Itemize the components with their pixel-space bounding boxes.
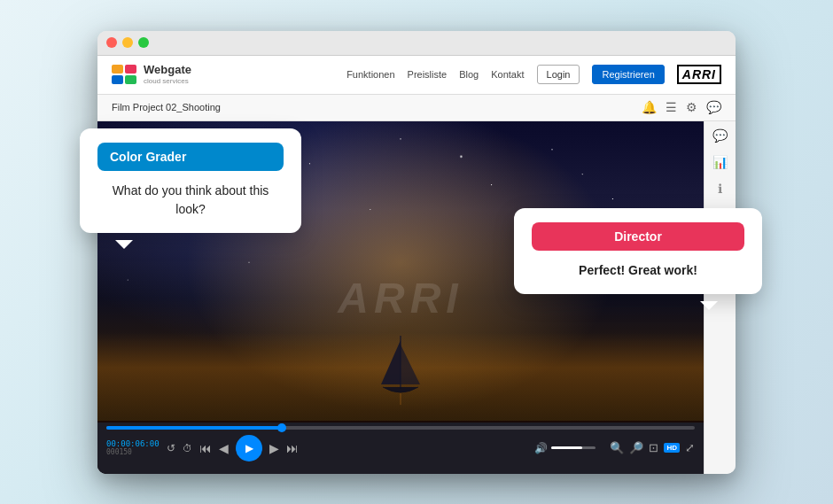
step-back-icon[interactable]: ◀	[219, 441, 229, 455]
director-role: Director	[532, 222, 744, 251]
logo-text-area: Webgate cloud services	[144, 64, 191, 84]
director-message: Perfect! Great work!	[532, 261, 744, 280]
bell-icon[interactable]: 🔔	[642, 100, 657, 114]
sidebar-info-icon[interactable]: ℹ	[718, 182, 722, 196]
logo-sub: cloud services	[144, 77, 191, 85]
fit-icon[interactable]: ⊡	[649, 441, 658, 454]
progress-fill	[106, 426, 283, 430]
volume-fill	[551, 446, 582, 449]
window-controls	[106, 37, 149, 48]
arri-logo: ARRI	[677, 65, 721, 84]
nav-link-blog[interactable]: Blog	[459, 69, 479, 80]
frame-display: 000150	[106, 448, 160, 456]
chat-icon[interactable]: 💬	[706, 100, 721, 114]
timecode-display: 00:00:06:00	[106, 439, 160, 449]
volume-area: 🔊	[534, 442, 596, 454]
progress-bar[interactable]	[106, 426, 695, 430]
play-icon: ▶	[245, 442, 253, 454]
svg-rect-1	[125, 65, 136, 74]
chat-bubble-color-grader: Color Grader What do you think about thi…	[80, 128, 301, 233]
zoom-in-icon[interactable]: 🔎	[629, 441, 643, 454]
sub-nav: Film Project 02_Shooting 🔔 ☰ ⚙ 💬	[97, 95, 736, 121]
settings-icon[interactable]: ⚙	[686, 100, 697, 114]
chat-bubble-director: Director Perfect! Great work!	[514, 208, 762, 294]
svg-rect-0	[112, 65, 123, 74]
login-button[interactable]: Login	[537, 65, 580, 84]
time-info: 00:00:06:00 000150	[106, 439, 160, 457]
speed-icon[interactable]: ⏱	[183, 443, 192, 454]
svg-marker-5	[401, 345, 420, 384]
play-button[interactable]: ▶	[236, 435, 262, 461]
skip-back-icon[interactable]: ⏮	[199, 441, 212, 455]
color-grader-message: What do you think about this look?	[97, 182, 284, 219]
sub-nav-icons: 🔔 ☰ ⚙ 💬	[642, 100, 721, 114]
volume-bar[interactable]	[551, 446, 596, 449]
logo-area: Webgate cloud services	[112, 64, 191, 84]
title-bar	[97, 31, 736, 56]
hd-badge: HD	[664, 443, 680, 453]
nav-links: Funktionen Preisliste Blog Kontakt Login…	[346, 65, 721, 84]
nav-link-kontakt[interactable]: Kontakt	[491, 69, 524, 80]
minimize-dot[interactable]	[122, 37, 133, 48]
nav-bar: Webgate cloud services Funktionen Preisl…	[97, 56, 736, 95]
svg-marker-4	[381, 340, 401, 384]
sidebar-chart-icon[interactable]: 📊	[712, 155, 728, 169]
register-button[interactable]: Registrieren	[592, 65, 664, 84]
svg-rect-2	[112, 75, 123, 84]
controls-row: 00:00:06:00 000150 ↺ ⏱ ⏮ ◀ ▶ ▶ ⏭	[106, 435, 695, 461]
logo-brand: Webgate	[144, 64, 191, 76]
step-forward-icon[interactable]: ▶	[269, 441, 279, 455]
expand-icon[interactable]: ⤢	[685, 441, 695, 454]
video-watermark: ARRI	[338, 273, 463, 322]
ctrl-icons-right: 🔍 🔎 ⊡ HD ⤢	[610, 441, 695, 454]
maximize-dot[interactable]	[138, 37, 149, 48]
webgate-logo-icon	[112, 65, 136, 84]
right-sidebar: 💬 📊 ℹ ⬇ ⌨	[704, 121, 736, 474]
nav-link-funktionen[interactable]: Funktionen	[346, 69, 394, 80]
color-grader-role: Color Grader	[97, 143, 284, 171]
nav-link-preisliste[interactable]: Preisliste	[408, 69, 448, 80]
sidebar-chat-icon[interactable]: 💬	[712, 128, 728, 143]
video-controls: 00:00:06:00 000150 ↺ ⏱ ⏮ ◀ ▶ ▶ ⏭	[97, 423, 704, 474]
sailboat	[374, 336, 427, 410]
list-icon[interactable]: ☰	[666, 100, 677, 114]
refresh-icon[interactable]: ↺	[167, 442, 175, 454]
volume-icon[interactable]: 🔊	[534, 442, 548, 454]
svg-rect-3	[125, 75, 136, 84]
skip-forward-icon[interactable]: ⏭	[286, 441, 299, 455]
zoom-out-icon[interactable]: 🔍	[610, 441, 624, 454]
close-dot[interactable]	[106, 37, 117, 48]
progress-thumb	[277, 423, 286, 432]
project-title: Film Project 02_Shooting	[112, 102, 221, 112]
